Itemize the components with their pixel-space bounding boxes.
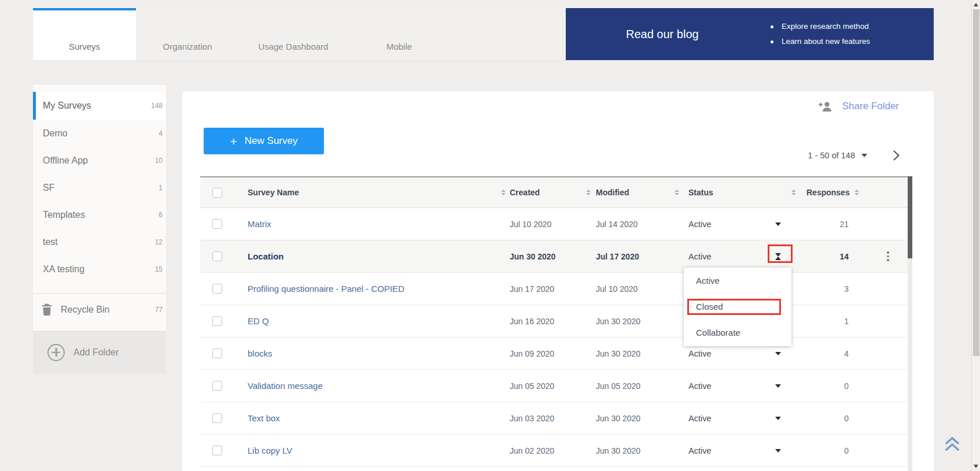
table-row[interactable]: ED Q Jun 16 2020 Jun 30 2020 Active 1	[200, 305, 908, 338]
table-row[interactable]: Location Jun 30 2020 Jul 17 2020 Active …	[200, 240, 908, 273]
top-navigation: Surveys Organization Usage Dashboard Mob…	[33, 8, 934, 61]
share-folder-button[interactable]: Share Folder	[817, 99, 899, 113]
status-dropdown-trigger[interactable]	[752, 253, 804, 260]
status-dropdown-trigger[interactable]	[752, 417, 804, 420]
table-row[interactable]: blocks Jun 09 2020 Jun 30 2020 Active 4	[200, 338, 908, 370]
table-row[interactable]: Lib copy LV Jun 02 2020 Jun 30 2020 Acti…	[200, 435, 908, 467]
folder-list: My Surveys 148 Demo 4 Offline App 10 SF …	[33, 85, 166, 283]
survey-name-link[interactable]: Location	[248, 251, 284, 261]
caret-icon	[775, 352, 781, 355]
status-value: Active	[688, 414, 712, 423]
sidebar: My Surveys 148 Demo 4 Offline App 10 SF …	[33, 85, 166, 374]
folder-count: 6	[159, 211, 163, 219]
status-dropdown-trigger[interactable]	[752, 384, 804, 388]
sidebar-folder-item[interactable]: test 12	[33, 228, 166, 255]
add-folder-button[interactable]: Add Folder	[33, 331, 166, 374]
modified-date: Jun 05 2020	[596, 381, 640, 391]
nav-tab-icon	[391, 20, 407, 36]
survey-name-link[interactable]: Lib copy LV	[248, 446, 292, 455]
status-dropdown-option[interactable]: Closed	[684, 294, 791, 320]
banner-bullet-text: Learn about new features	[782, 34, 870, 49]
pagination-range: 1 - 50 of 148	[808, 151, 855, 160]
sidebar-folder-item[interactable]: Offline App 10	[33, 147, 166, 174]
responses-count: 0	[804, 446, 849, 455]
status-dropdown-menu: Active Closed Collaborate	[684, 268, 791, 346]
survey-name-link[interactable]: Text box	[248, 413, 280, 423]
person-add-icon	[817, 99, 833, 113]
row-checkbox[interactable]	[212, 446, 222, 455]
blog-banner[interactable]: Read our blog Explore research method Le…	[566, 8, 934, 60]
caret-icon	[775, 449, 781, 453]
survey-table: Survey Name Created Modified Status Resp…	[200, 176, 908, 467]
table-row[interactable]: Profiling questionnaire - Panel - COPIED…	[200, 273, 908, 305]
sidebar-folder-item[interactable]: My Surveys 148	[33, 92, 166, 120]
banner-bullet-list: Explore research method Learn about new …	[771, 19, 934, 49]
survey-name-link[interactable]: Profiling questionnaire - Panel - COPIED	[248, 284, 404, 294]
status-dropdown-option[interactable]: Active	[684, 268, 791, 294]
row-checkbox[interactable]	[212, 219, 222, 229]
nav-tab-icon	[285, 20, 301, 36]
table-row[interactable]: Matrix Jul 10 2020 Jul 14 2020 Active 21	[200, 208, 908, 240]
row-checkbox[interactable]	[212, 413, 222, 423]
back-to-top-button[interactable]	[943, 435, 961, 453]
table-row[interactable]: Text box Jun 03 2020 Jun 30 2020 Active …	[200, 402, 908, 435]
kebab-menu-icon[interactable]	[887, 251, 889, 261]
folder-count: 148	[151, 102, 163, 110]
table-scrollbar-thumb[interactable]	[908, 176, 912, 258]
folder-label: My Surveys	[43, 101, 91, 111]
responses-count: 0	[804, 414, 849, 423]
status-dropdown-trigger[interactable]	[752, 352, 804, 355]
row-checkbox[interactable]	[212, 284, 222, 294]
sidebar-folder-item[interactable]: Templates 6	[33, 201, 166, 228]
sidebar-folder-item[interactable]: Demo 4	[33, 120, 166, 147]
nav-tab[interactable]: Usage Dashboard	[239, 8, 348, 60]
status-dropdown-trigger[interactable]	[752, 449, 804, 453]
survey-name-link[interactable]: Validation message	[248, 381, 323, 391]
next-page-button[interactable]	[893, 150, 900, 161]
scrollbar-up-arrow[interactable]	[974, 3, 978, 6]
new-survey-button[interactable]: + New Survey	[204, 128, 324, 154]
table-scrollbar[interactable]	[908, 176, 912, 471]
scrollbar-down-arrow[interactable]	[974, 465, 978, 468]
survey-name-link[interactable]: ED Q	[248, 316, 269, 326]
row-checkbox[interactable]	[212, 348, 222, 358]
table-row[interactable]: Validation message Jun 05 2020 Jun 05 20…	[200, 370, 908, 402]
survey-name-link[interactable]: blocks	[248, 348, 272, 358]
page-scrollbar-thumb[interactable]	[973, 9, 979, 356]
status-dropdown-option[interactable]: Collaborate	[684, 320, 791, 346]
nav-tab[interactable]: Mobile	[348, 8, 451, 60]
plus-icon: +	[230, 135, 237, 147]
responses-count: 1	[804, 317, 849, 326]
nav-tab[interactable]: Surveys	[33, 8, 136, 60]
folder-count: 4	[159, 129, 163, 138]
sidebar-item-recycle-bin[interactable]: Recycle Bin 77	[33, 294, 166, 325]
created-date: Jun 03 2020	[510, 414, 554, 423]
pagination: 1 - 50 of 148	[808, 150, 900, 161]
sort-icon-modified[interactable]	[675, 190, 679, 196]
modified-date: Jun 30 2020	[596, 317, 640, 326]
nav-tab[interactable]: Organization	[136, 8, 239, 60]
pagination-caret-icon[interactable]	[861, 154, 867, 157]
survey-name-link[interactable]: Matrix	[248, 219, 271, 229]
row-checkbox[interactable]	[212, 316, 222, 326]
modified-date: Jul 14 2020	[596, 220, 638, 229]
sidebar-folder-item[interactable]: XA testing 15	[33, 255, 166, 283]
sort-icon-status[interactable]	[791, 190, 796, 196]
sidebar-folder-item[interactable]: SF 1	[33, 174, 166, 201]
row-checkbox[interactable]	[212, 381, 222, 391]
modified-date: Jun 30 2020	[596, 446, 640, 455]
status-value: Active	[688, 349, 712, 358]
created-date: Jun 16 2020	[510, 317, 554, 326]
row-checkbox[interactable]	[212, 251, 222, 261]
responses-count: 0	[804, 381, 849, 391]
select-all-checkbox[interactable]	[212, 188, 222, 198]
page-scrollbar[interactable]	[971, 0, 980, 471]
created-date: Jun 09 2020	[510, 349, 554, 358]
sort-icon-created[interactable]	[586, 190, 591, 196]
status-dropdown-trigger[interactable]	[752, 222, 804, 226]
sort-icon-responses[interactable]	[854, 190, 859, 196]
folder-label: Templates	[43, 210, 85, 220]
sort-icon-survey-name[interactable]	[501, 190, 506, 196]
banner-title[interactable]: Read our blog	[626, 28, 699, 41]
header-created: Created	[510, 188, 540, 197]
